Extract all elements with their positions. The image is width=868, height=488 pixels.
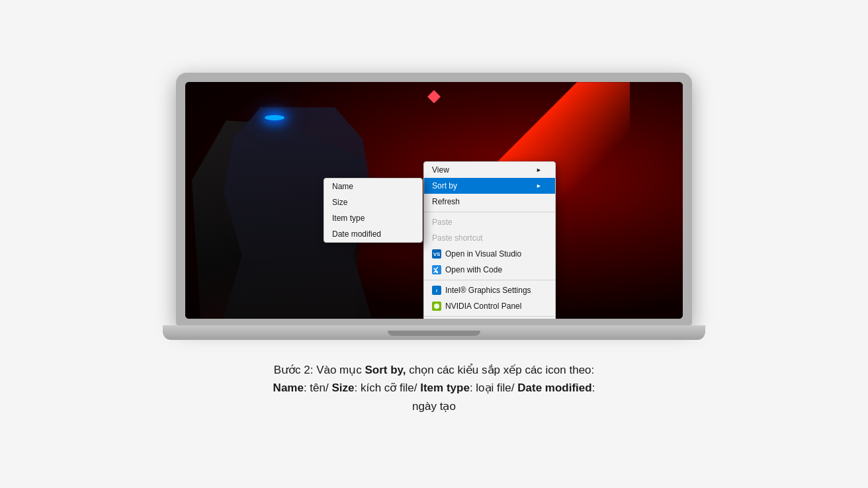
intel-icon: i bbox=[432, 286, 441, 295]
description-line1-bold: Sort by, bbox=[365, 364, 406, 376]
context-menu-item-refresh-label: Refresh bbox=[432, 197, 460, 206]
laptop-screen: View ► Sort by ► Name Size bbox=[185, 82, 683, 319]
description-datemod-colon: : bbox=[592, 382, 595, 394]
context-menu-item-open-code[interactable]: Open with Code bbox=[424, 262, 555, 278]
context-menu: View ► Sort by ► Name Size bbox=[423, 161, 556, 319]
context-menu-separator-3 bbox=[424, 316, 555, 317]
description-line1-rest: chọn các kiểu sắp xếp các icon theo: bbox=[406, 364, 595, 376]
context-menu-separator-1 bbox=[424, 212, 555, 212]
open-visual-studio-content: VS Open in Visual Studio bbox=[432, 249, 521, 259]
laptop-wrapper: View ► Sort by ► Name Size bbox=[163, 73, 705, 340]
description-line1-prefix: Bước 2: Vào mục bbox=[274, 364, 365, 376]
description-name-colon: : tên/ bbox=[304, 382, 332, 394]
context-menu-item-paste[interactable]: Paste bbox=[424, 214, 555, 230]
submenu-item-item-type[interactable]: Item type bbox=[324, 210, 422, 226]
description-itemtype-colon: : loại file/ bbox=[470, 382, 517, 394]
context-menu-item-sort-by[interactable]: Sort by ► Name Size Item type bbox=[424, 178, 555, 194]
context-menu-item-sort-by-label: Sort by bbox=[432, 181, 457, 190]
chevron-right-icon: ► bbox=[536, 167, 542, 173]
context-menu-item-nvidia[interactable]: NVIDIA Control Panel bbox=[424, 298, 555, 314]
context-menu-item-intel-label: Intel® Graphics Settings bbox=[445, 286, 531, 295]
open-code-content: Open with Code bbox=[432, 265, 502, 274]
description-line1: Bước 2: Vào mục Sort by, chọn các kiểu s… bbox=[273, 361, 595, 379]
description-name-bold: Name bbox=[273, 382, 304, 394]
chevron-right-icon-sortby: ► bbox=[536, 183, 542, 189]
submenu-item-date-modified[interactable]: Date modified bbox=[324, 226, 422, 242]
submenu-item-name-label: Name bbox=[332, 182, 353, 191]
description-section: Bước 2: Vào mục Sort by, chọn các kiểu s… bbox=[260, 361, 609, 415]
nvidia-content: NVIDIA Control Panel bbox=[432, 302, 521, 311]
submenu-item-size-label: Size bbox=[332, 198, 347, 207]
context-menu-item-open-vs-label: Open in Visual Studio bbox=[445, 249, 521, 259]
description-size-bold: Size bbox=[331, 382, 354, 394]
context-menu-separator-2 bbox=[424, 280, 555, 280]
context-menu-item-open-code-label: Open with Code bbox=[445, 265, 502, 274]
laptop-screen-outer: View ► Sort by ► Name Size bbox=[176, 73, 692, 325]
context-menu-item-refresh[interactable]: Refresh bbox=[424, 194, 555, 210]
context-menu-item-view-label: View bbox=[432, 165, 449, 175]
context-menu-item-paste-shortcut[interactable]: Paste shortcut bbox=[424, 230, 555, 246]
submenu-item-name[interactable]: Name bbox=[324, 179, 422, 194]
nvidia-icon bbox=[432, 302, 441, 311]
submenu-sort-by: Name Size Item type Date modified bbox=[324, 178, 423, 243]
description-itemtype-bold: Item type bbox=[420, 382, 470, 394]
context-menu-item-nvidia-label: NVIDIA Control Panel bbox=[445, 302, 521, 311]
submenu-item-date-modified-label: Date modified bbox=[332, 229, 381, 239]
context-menu-item-intel-graphics[interactable]: i Intel® Graphics Settings bbox=[424, 282, 555, 298]
vscode-icon bbox=[432, 265, 441, 274]
description-line2: Name: tên/ Size: kích cỡ file/ Item type… bbox=[273, 379, 595, 397]
intel-graphics-content: i Intel® Graphics Settings bbox=[432, 286, 531, 295]
laptop-base bbox=[163, 325, 705, 340]
description-size-colon: : kích cỡ file/ bbox=[354, 382, 420, 394]
context-menu-item-paste-shortcut-label: Paste shortcut bbox=[432, 233, 483, 243]
context-menu-item-view[interactable]: View ► bbox=[424, 162, 555, 178]
description-datemod-bold: Date modified bbox=[517, 382, 591, 394]
description-line3: ngày tạo bbox=[273, 397, 595, 415]
context-menu-item-paste-label: Paste bbox=[432, 218, 453, 227]
submenu-item-size[interactable]: Size bbox=[324, 194, 422, 210]
submenu-item-item-type-label: Item type bbox=[332, 214, 365, 223]
desktop-wallpaper: View ► Sort by ► Name Size bbox=[185, 82, 683, 319]
context-menu-item-open-visual-studio[interactable]: VS Open in Visual Studio bbox=[424, 246, 555, 262]
svg-point-0 bbox=[434, 304, 439, 309]
visual-studio-icon: VS bbox=[432, 249, 441, 259]
